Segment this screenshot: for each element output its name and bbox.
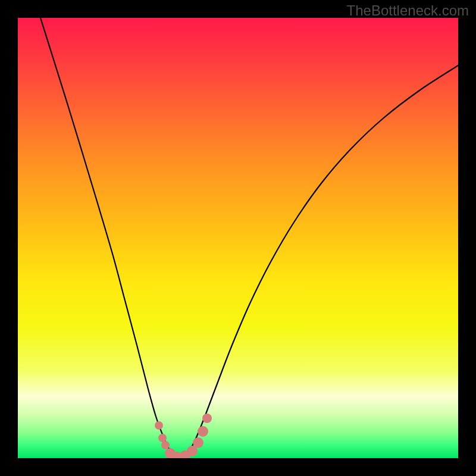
data-marker [198,426,208,437]
plot-area [18,18,458,458]
data-marker [158,434,167,442]
bottleneck-curve [40,18,458,458]
marker-group [155,414,212,458]
data-marker [202,414,212,423]
chart-frame: TheBottleneck.com [0,0,476,476]
data-marker [155,421,163,430]
watermark-text: TheBottleneck.com [347,2,469,19]
data-marker [193,437,203,448]
data-marker [161,441,170,449]
curve-layer [18,18,458,458]
